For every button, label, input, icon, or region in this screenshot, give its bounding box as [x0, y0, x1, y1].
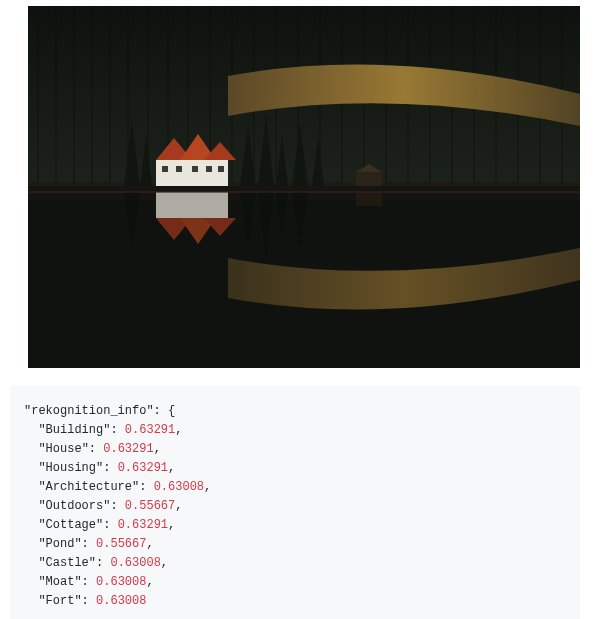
- svg-rect-57: [356, 192, 382, 206]
- label-name: House: [46, 442, 82, 456]
- example-image: [28, 6, 580, 368]
- label-confidence: 0.63291: [118, 518, 168, 532]
- label-name: Pond: [46, 537, 75, 551]
- label-confidence: 0.63008: [154, 480, 204, 494]
- label-confidence: 0.63291: [103, 442, 153, 456]
- label-name: Fort: [46, 594, 75, 608]
- svg-rect-38: [218, 166, 224, 172]
- label-name: Outdoors: [46, 499, 104, 513]
- label-name: Cottage: [46, 518, 96, 532]
- json-label-line: "Castle": 0.63008,: [24, 554, 566, 573]
- label-confidence: 0.55667: [96, 537, 146, 551]
- label-confidence: 0.63008: [96, 575, 146, 589]
- label-confidence: 0.63008: [96, 594, 146, 608]
- svg-rect-35: [176, 166, 182, 172]
- lake-house-illustration: [28, 6, 580, 368]
- svg-rect-28: [356, 172, 382, 186]
- label-confidence: 0.63008: [110, 556, 160, 570]
- json-open-line: "rekognition_info": {: [24, 402, 566, 421]
- label-name: Castle: [46, 556, 89, 570]
- json-label-line: "Building": 0.63291,: [24, 421, 566, 440]
- json-label-line: "Housing": 0.63291,: [24, 459, 566, 478]
- label-name: Housing: [46, 461, 96, 475]
- label-confidence: 0.55667: [125, 499, 175, 513]
- json-label-line: "Pond": 0.55667,: [24, 535, 566, 554]
- label-name: Building: [46, 423, 104, 437]
- svg-rect-58: [28, 191, 580, 193]
- json-label-line: "Moat": 0.63008,: [24, 573, 566, 592]
- json-label-line: "Fort": 0.63008: [24, 592, 566, 611]
- rekognition-key: rekognition_info: [31, 404, 146, 418]
- svg-rect-34: [162, 166, 168, 172]
- svg-rect-48: [156, 192, 228, 218]
- rekognition-json-block: "rekognition_info": { "Building": 0.6329…: [10, 386, 580, 619]
- json-label-line: "House": 0.63291,: [24, 440, 566, 459]
- label-confidence: 0.63291: [118, 461, 168, 475]
- json-label-line: "Cottage": 0.63291,: [24, 516, 566, 535]
- label-name: Moat: [46, 575, 75, 589]
- label-confidence: 0.63291: [125, 423, 175, 437]
- label-name: Architecture: [46, 480, 132, 494]
- json-label-line: "Outdoors": 0.55667,: [24, 497, 566, 516]
- svg-rect-36: [192, 166, 198, 172]
- json-label-line: "Architecture": 0.63008,: [24, 478, 566, 497]
- svg-rect-37: [206, 166, 212, 172]
- svg-rect-30: [156, 160, 228, 186]
